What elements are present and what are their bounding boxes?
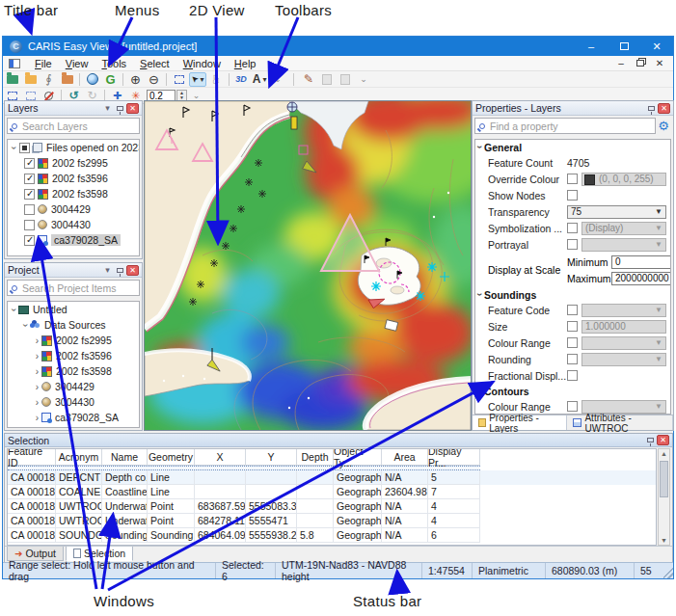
project-data-sources-item[interactable]: ›Data Sources [8,317,139,333]
expander-icon[interactable]: › [33,397,41,408]
expander-icon[interactable]: › [9,144,19,152]
root-checkbox[interactable] [19,143,30,153]
portrayal-select[interactable]: ▼ [581,238,666,252]
menu-select[interactable]: Select [133,57,176,70]
layer-item[interactable]: 2002 fs3598 [8,186,139,201]
paste-disabled-button[interactable] [338,72,354,87]
layer-item[interactable]: 3004429 [8,201,139,217]
layers-search-input[interactable] [22,121,139,132]
column-header[interactable]: Object Ty... [334,449,382,466]
pan-button[interactable]: ☞ [208,72,225,87]
contours-colour-range-checkbox[interactable] [567,401,578,412]
properties-pin-button[interactable] [645,102,658,114]
layer-checkbox[interactable] [24,189,35,200]
feature-code-checkbox[interactable] [567,305,578,315]
properties-close-button[interactable]: ✕ [658,103,670,114]
gear-icon[interactable]: ⚙ [656,119,671,133]
layer-item[interactable]: 3004430 [8,217,139,232]
project-item[interactable]: ›2002 fs2995 [8,333,139,348]
doc-minimize-button[interactable]: – [611,58,631,68]
size-checkbox[interactable] [567,321,578,332]
layer-item[interactable]: ca379028_SA [8,232,139,248]
zoom-out-button[interactable]: ⊖ [146,72,162,87]
menu-tools[interactable]: Tools [95,57,133,70]
layer-checkbox[interactable] [24,174,35,184]
layer-checkbox[interactable] [24,220,35,230]
layer-checkbox[interactable] [24,158,35,169]
rounding-select[interactable]: ▼ [581,353,666,366]
section-contours[interactable]: ›Contours [475,384,670,398]
open-background-map-button[interactable] [84,72,100,87]
project-item[interactable]: ›3004429 [8,379,139,394]
rounding-checkbox[interactable] [567,354,578,364]
menu-window[interactable]: Window [176,57,228,70]
project-menu-button[interactable]: ▾ [101,264,114,276]
close-data-button[interactable] [59,72,75,87]
expander-icon[interactable]: › [33,382,41,392]
portrayal-checkbox[interactable] [567,239,578,250]
close-button[interactable]: ✕ [640,37,673,56]
minimize-button[interactable]: – [575,37,608,56]
column-header[interactable]: Acronym [56,449,102,466]
expander-icon[interactable]: › [33,351,41,362]
project-item[interactable]: ›ca379028_SA [8,410,139,425]
table-row[interactable]: CA 00018...UWTROCUnderwat...Point684278.… [8,514,656,528]
menu-view[interactable]: View [59,57,95,70]
layers-root-item[interactable]: ›Files opened on 2023-0... [8,140,139,155]
column-header[interactable]: X [195,449,246,466]
table-row[interactable]: CA 00018...SOUNDGSoundingSounding684064.… [8,528,656,543]
table-row[interactable]: CA 00018...UWTROCUnderwat...Point683687.… [8,499,656,514]
status-mode[interactable]: Planimetric [473,563,546,578]
column-header[interactable]: Area [382,449,428,466]
show-nodes-checkbox[interactable] [567,190,578,201]
colour-field[interactable]: (0, 0, 0, 255) [581,173,666,186]
override-colour-checkbox[interactable] [567,174,578,184]
select-tool-button[interactable]: ➤▾ [189,72,206,87]
expander-icon[interactable]: › [33,413,41,423]
fractional-checkbox[interactable] [567,370,578,381]
maximum-input[interactable] [611,272,671,285]
minimum-input[interactable] [611,255,671,269]
expander-icon[interactable]: › [33,366,41,377]
project-root-item[interactable]: ›Untitled [8,302,139,317]
layer-item[interactable]: 2002 fs3596 [8,171,139,186]
copy-disabled-button[interactable] [319,72,336,87]
project-item[interactable]: ›3004430 [8,394,139,410]
table-row[interactable]: CA 00018...DEPCNTDepth co...LineGeograph… [8,470,656,485]
project-close-button[interactable]: ✕ [126,265,139,276]
attach-button[interactable]: ∮ [41,72,57,87]
column-header[interactable]: Display Pr... [428,449,480,466]
layers-pin-button[interactable] [114,102,126,114]
column-header[interactable]: Depth [297,449,334,466]
edit-tool-button[interactable]: ✎ [301,72,317,87]
status-scale[interactable]: 1:47554 [422,563,473,578]
project-search-input[interactable] [22,282,139,294]
feature-code-select[interactable]: ▼ [581,304,666,317]
resize-grip[interactable] [663,563,673,578]
project-item[interactable]: ›2002 fs3596 [8,348,139,363]
toolbar-overflow-button[interactable]: ⌄ [270,72,286,87]
table-row[interactable]: CA 00018...COALNECoastlineLineGeographic… [8,485,656,499]
selection-pin-button[interactable] [644,435,657,446]
tab-properties-layers[interactable]: Properties - Layers [473,415,567,430]
layers-menu-button[interactable]: ▾ [101,102,114,114]
annotation-tool-button[interactable]: A▾ [252,72,268,87]
layer-item[interactable]: 2002 fs2995 [8,155,139,171]
contours-colour-range-select[interactable]: ▼ [581,400,666,414]
layer-checkbox[interactable] [24,235,35,246]
expander-icon[interactable]: › [33,335,41,346]
symbolization-select[interactable]: (Display)▼ [581,222,666,235]
map-2d-view[interactable] [144,100,472,431]
transparency-select[interactable]: 75▼ [567,205,666,219]
selection-scrollbar[interactable]: ▲ ▼ [658,448,670,546]
selection-close-button[interactable]: ✕ [657,435,669,445]
section-soundings[interactable]: ›Soundings [475,287,670,302]
symbolization-checkbox[interactable] [567,223,578,233]
menu-file[interactable]: File [28,57,59,70]
3d-view-button[interactable]: 3D [233,72,250,87]
maximize-button[interactable] [608,37,640,56]
expander-icon[interactable]: › [9,306,19,314]
toolbar2-overflow-button[interactable]: ⌄ [356,72,372,87]
layer-checkbox[interactable] [24,204,35,215]
status-crs[interactable]: UTM-19N-Nad83 - NAVD88 height [276,563,422,578]
